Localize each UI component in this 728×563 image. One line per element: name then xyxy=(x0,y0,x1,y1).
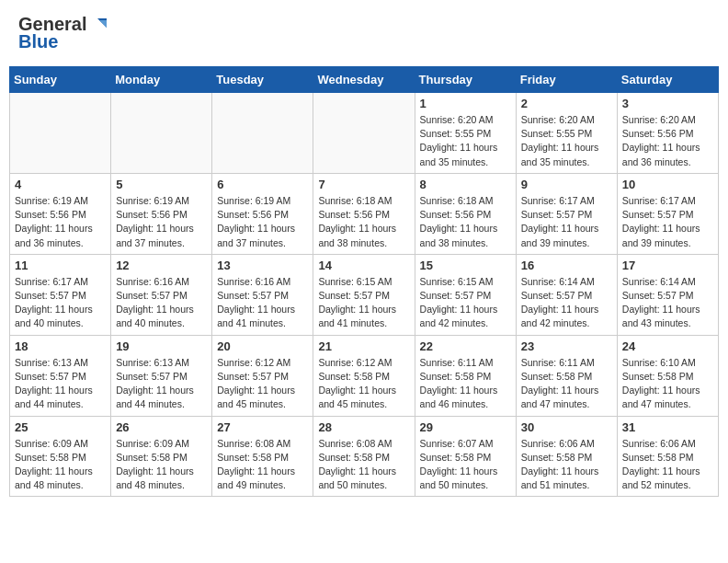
calendar-cell: 19Sunrise: 6:13 AM Sunset: 5:57 PM Dayli… xyxy=(111,335,212,416)
calendar-cell: 8Sunrise: 6:18 AM Sunset: 5:56 PM Daylig… xyxy=(415,173,516,254)
day-info: Sunrise: 6:06 AM Sunset: 5:58 PM Dayligh… xyxy=(521,437,612,493)
calendar-cell xyxy=(10,93,111,174)
calendar-cell: 27Sunrise: 6:08 AM Sunset: 5:58 PM Dayli… xyxy=(212,416,313,497)
calendar-cell xyxy=(111,93,212,174)
calendar-cell: 14Sunrise: 6:15 AM Sunset: 5:57 PM Dayli… xyxy=(313,254,415,335)
day-number: 29 xyxy=(420,420,511,434)
calendar-cell: 10Sunrise: 6:17 AM Sunset: 5:57 PM Dayli… xyxy=(617,173,718,254)
weekday-header-saturday: Saturday xyxy=(617,67,718,93)
page-header: General Blue xyxy=(9,9,719,57)
calendar-cell: 15Sunrise: 6:15 AM Sunset: 5:57 PM Dayli… xyxy=(415,254,516,335)
calendar-cell: 6Sunrise: 6:19 AM Sunset: 5:56 PM Daylig… xyxy=(212,173,313,254)
day-info: Sunrise: 6:14 AM Sunset: 5:57 PM Dayligh… xyxy=(622,275,713,331)
day-number: 13 xyxy=(217,259,308,272)
day-number: 11 xyxy=(15,259,106,272)
logo-bird-icon xyxy=(88,15,108,35)
day-info: Sunrise: 6:15 AM Sunset: 5:57 PM Dayligh… xyxy=(318,275,409,331)
calendar-cell: 4Sunrise: 6:19 AM Sunset: 5:56 PM Daylig… xyxy=(10,173,111,254)
calendar-cell: 29Sunrise: 6:07 AM Sunset: 5:58 PM Dayli… xyxy=(415,416,516,497)
day-info: Sunrise: 6:18 AM Sunset: 5:56 PM Dayligh… xyxy=(318,194,409,250)
day-number: 25 xyxy=(15,420,106,434)
weekday-header-monday: Monday xyxy=(111,67,212,93)
day-info: Sunrise: 6:19 AM Sunset: 5:56 PM Dayligh… xyxy=(217,194,308,250)
day-info: Sunrise: 6:15 AM Sunset: 5:57 PM Dayligh… xyxy=(420,275,511,331)
calendar-cell: 7Sunrise: 6:18 AM Sunset: 5:56 PM Daylig… xyxy=(313,173,415,254)
logo-container: General Blue xyxy=(18,14,108,52)
calendar-cell xyxy=(313,93,415,174)
weekday-header-tuesday: Tuesday xyxy=(212,67,313,93)
calendar-cell: 13Sunrise: 6:16 AM Sunset: 5:57 PM Dayli… xyxy=(212,254,313,335)
day-info: Sunrise: 6:16 AM Sunset: 5:57 PM Dayligh… xyxy=(217,275,308,331)
day-info: Sunrise: 6:13 AM Sunset: 5:57 PM Dayligh… xyxy=(116,356,207,412)
calendar-cell: 9Sunrise: 6:17 AM Sunset: 5:57 PM Daylig… xyxy=(516,173,617,254)
day-info: Sunrise: 6:20 AM Sunset: 5:55 PM Dayligh… xyxy=(521,113,612,169)
calendar-week-2: 4Sunrise: 6:19 AM Sunset: 5:56 PM Daylig… xyxy=(10,173,719,254)
calendar-week-5: 25Sunrise: 6:09 AM Sunset: 5:58 PM Dayli… xyxy=(10,416,719,497)
calendar-table: SundayMondayTuesdayWednesdayThursdayFrid… xyxy=(9,66,719,497)
day-number: 20 xyxy=(217,339,308,353)
calendar-cell: 2Sunrise: 6:20 AM Sunset: 5:55 PM Daylig… xyxy=(516,93,617,174)
day-info: Sunrise: 6:17 AM Sunset: 5:57 PM Dayligh… xyxy=(521,194,612,250)
day-number: 9 xyxy=(521,178,612,191)
day-info: Sunrise: 6:09 AM Sunset: 5:58 PM Dayligh… xyxy=(116,437,207,493)
day-info: Sunrise: 6:11 AM Sunset: 5:58 PM Dayligh… xyxy=(521,356,612,412)
calendar-cell: 12Sunrise: 6:16 AM Sunset: 5:57 PM Dayli… xyxy=(111,254,212,335)
day-number: 2 xyxy=(521,97,612,110)
calendar-week-3: 11Sunrise: 6:17 AM Sunset: 5:57 PM Dayli… xyxy=(10,254,719,335)
logo-blue: Blue xyxy=(18,31,58,52)
day-number: 28 xyxy=(318,420,409,434)
day-number: 8 xyxy=(420,178,511,191)
day-info: Sunrise: 6:06 AM Sunset: 5:58 PM Dayligh… xyxy=(622,437,713,493)
day-number: 26 xyxy=(116,420,207,434)
calendar-cell: 24Sunrise: 6:10 AM Sunset: 5:58 PM Dayli… xyxy=(617,335,718,416)
day-info: Sunrise: 6:09 AM Sunset: 5:58 PM Dayligh… xyxy=(15,437,106,493)
calendar-cell: 5Sunrise: 6:19 AM Sunset: 5:56 PM Daylig… xyxy=(111,173,212,254)
calendar-cell: 22Sunrise: 6:11 AM Sunset: 5:58 PM Dayli… xyxy=(415,335,516,416)
day-info: Sunrise: 6:12 AM Sunset: 5:57 PM Dayligh… xyxy=(217,356,308,412)
day-number: 5 xyxy=(116,178,207,191)
day-info: Sunrise: 6:08 AM Sunset: 5:58 PM Dayligh… xyxy=(217,437,308,493)
day-number: 15 xyxy=(420,259,511,272)
day-number: 27 xyxy=(217,420,308,434)
day-info: Sunrise: 6:20 AM Sunset: 5:56 PM Dayligh… xyxy=(622,113,713,169)
calendar-cell: 16Sunrise: 6:14 AM Sunset: 5:57 PM Dayli… xyxy=(516,254,617,335)
day-info: Sunrise: 6:12 AM Sunset: 5:58 PM Dayligh… xyxy=(318,356,409,412)
day-number: 7 xyxy=(318,178,409,191)
weekday-header-sunday: Sunday xyxy=(10,67,111,93)
calendar-cell: 26Sunrise: 6:09 AM Sunset: 5:58 PM Dayli… xyxy=(111,416,212,497)
day-info: Sunrise: 6:07 AM Sunset: 5:58 PM Dayligh… xyxy=(420,437,511,493)
day-number: 14 xyxy=(318,259,409,272)
day-info: Sunrise: 6:19 AM Sunset: 5:56 PM Dayligh… xyxy=(116,194,207,250)
day-number: 18 xyxy=(15,339,106,353)
calendar-cell: 28Sunrise: 6:08 AM Sunset: 5:58 PM Dayli… xyxy=(313,416,415,497)
day-number: 30 xyxy=(521,420,612,434)
day-number: 4 xyxy=(15,178,106,191)
day-info: Sunrise: 6:20 AM Sunset: 5:55 PM Dayligh… xyxy=(420,113,511,169)
day-info: Sunrise: 6:13 AM Sunset: 5:57 PM Dayligh… xyxy=(15,356,106,412)
day-info: Sunrise: 6:18 AM Sunset: 5:56 PM Dayligh… xyxy=(420,194,511,250)
day-info: Sunrise: 6:16 AM Sunset: 5:57 PM Dayligh… xyxy=(116,275,207,331)
calendar-cell: 11Sunrise: 6:17 AM Sunset: 5:57 PM Dayli… xyxy=(10,254,111,335)
calendar-cell: 30Sunrise: 6:06 AM Sunset: 5:58 PM Dayli… xyxy=(516,416,617,497)
day-number: 1 xyxy=(420,97,511,110)
logo: General Blue xyxy=(18,14,108,52)
svg-marker-1 xyxy=(99,20,107,28)
weekday-header-wednesday: Wednesday xyxy=(313,67,415,93)
day-info: Sunrise: 6:17 AM Sunset: 5:57 PM Dayligh… xyxy=(622,194,713,250)
day-number: 21 xyxy=(318,339,409,353)
day-info: Sunrise: 6:11 AM Sunset: 5:58 PM Dayligh… xyxy=(420,356,511,412)
calendar-cell: 20Sunrise: 6:12 AM Sunset: 5:57 PM Dayli… xyxy=(212,335,313,416)
weekday-header-friday: Friday xyxy=(516,67,617,93)
day-info: Sunrise: 6:19 AM Sunset: 5:56 PM Dayligh… xyxy=(15,194,106,250)
calendar-cell: 18Sunrise: 6:13 AM Sunset: 5:57 PM Dayli… xyxy=(10,335,111,416)
calendar-cell: 3Sunrise: 6:20 AM Sunset: 5:56 PM Daylig… xyxy=(617,93,718,174)
calendar-week-4: 18Sunrise: 6:13 AM Sunset: 5:57 PM Dayli… xyxy=(10,335,719,416)
weekday-header-thursday: Thursday xyxy=(415,67,516,93)
day-number: 19 xyxy=(116,339,207,353)
calendar-cell: 23Sunrise: 6:11 AM Sunset: 5:58 PM Dayli… xyxy=(516,335,617,416)
calendar-cell: 21Sunrise: 6:12 AM Sunset: 5:58 PM Dayli… xyxy=(313,335,415,416)
day-number: 24 xyxy=(622,339,713,353)
day-number: 22 xyxy=(420,339,511,353)
day-number: 12 xyxy=(116,259,207,272)
day-number: 23 xyxy=(521,339,612,353)
